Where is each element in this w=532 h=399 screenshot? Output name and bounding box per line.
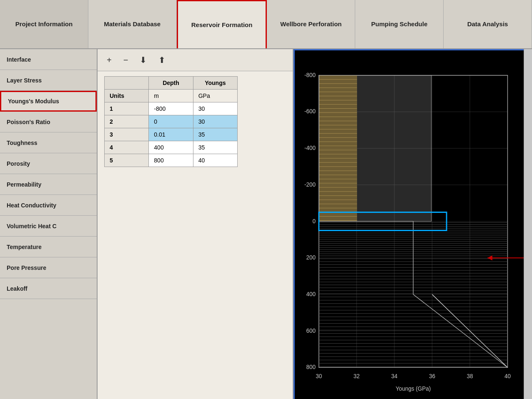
tab-materials-database[interactable]: Materials Database: [88, 0, 177, 48]
svg-text:32: 32: [354, 373, 360, 379]
sidebar-item-porosity[interactable]: Porosity: [0, 153, 97, 174]
svg-text:34: 34: [391, 373, 397, 379]
data-table: Depth Youngs Units m GPa 1 -800 30: [104, 76, 238, 167]
svg-text:800: 800: [306, 364, 316, 370]
col-header-depth: Depth: [149, 77, 193, 90]
depth-unit: m: [149, 90, 193, 102]
sidebar-item-pore-pressure[interactable]: Pore Pressure: [0, 257, 97, 278]
tab-reservoir-formation[interactable]: Reservoir Formation: [177, 0, 267, 48]
table-row[interactable]: 3 0.01 35: [105, 128, 238, 141]
add-row-button[interactable]: +: [104, 55, 114, 66]
svg-text:-400: -400: [304, 145, 316, 151]
table-row[interactable]: 5 800 40: [105, 154, 238, 167]
row-3-youngs[interactable]: 35: [193, 128, 237, 141]
table-row[interactable]: 1 -800 30: [105, 102, 238, 115]
sidebar-item-youngs-modulus[interactable]: Youngs's Modulus: [0, 91, 97, 112]
table-row[interactable]: 4 400 35: [105, 141, 238, 154]
row-num-4: 4: [105, 141, 149, 154]
col-header-youngs: Youngs: [193, 77, 237, 90]
table-row[interactable]: 2 0 30: [105, 115, 238, 128]
svg-text:-200: -200: [304, 182, 316, 188]
sidebar-item-temperature[interactable]: Temperature: [0, 237, 97, 257]
tab-data-analysis[interactable]: Data Analysis: [444, 0, 532, 48]
row-5-depth[interactable]: 800: [149, 154, 193, 167]
units-label: Units: [105, 90, 149, 102]
sidebar-item-volumetric-heat[interactable]: Volumetric Heat C: [0, 216, 97, 237]
row-1-youngs[interactable]: 30: [193, 102, 237, 115]
tab-bar: Project Information Materials Database R…: [0, 0, 532, 49]
svg-text:400: 400: [306, 291, 316, 297]
svg-text:36: 36: [429, 373, 435, 379]
chart-svg: -800 -600 -400 -200 0 200 400 600 800 30…: [295, 50, 524, 399]
toolbar: + − ⬇ ⬆: [98, 49, 293, 71]
row-5-youngs[interactable]: 40: [193, 154, 237, 167]
svg-text:600: 600: [306, 327, 316, 334]
sidebar-item-poissons-ratio[interactable]: Poisson's Ratio: [0, 112, 97, 132]
main-content: Interface Layer Stress Youngs's Modulus …: [0, 49, 532, 399]
tab-pumping-schedule[interactable]: Pumping Schedule: [355, 0, 444, 48]
svg-text:Youngs (GPa): Youngs (GPa): [396, 386, 431, 392]
row-num-1: 1: [105, 102, 149, 115]
row-num-5: 5: [105, 154, 149, 167]
svg-text:38: 38: [467, 373, 473, 379]
row-num-3: 3: [105, 128, 149, 141]
data-table-wrapper: Depth Youngs Units m GPa 1 -800 30: [98, 71, 293, 399]
remove-row-button[interactable]: −: [121, 55, 131, 66]
tab-wellbore-perforation[interactable]: Wellbore Perforation: [267, 0, 355, 48]
row-2-youngs[interactable]: 30: [193, 115, 237, 128]
chart-panel: -800 -600 -400 -200 0 200 400 600 800 30…: [294, 49, 524, 399]
col-header-empty: [105, 77, 149, 90]
tab-project-information[interactable]: Project Information: [0, 0, 88, 48]
row-2-depth[interactable]: 0: [149, 115, 193, 128]
table-units-row: Units m GPa: [105, 90, 238, 102]
center-panel: + − ⬇ ⬆ Depth Youngs Units m GPa: [98, 49, 294, 399]
svg-text:-600: -600: [304, 108, 316, 115]
sidebar-item-permeability[interactable]: Permeability: [0, 174, 97, 195]
row-4-depth[interactable]: 400: [149, 141, 193, 154]
row-3-depth[interactable]: 0.01: [149, 128, 193, 141]
sidebar: Interface Layer Stress Youngs's Modulus …: [0, 49, 98, 399]
svg-text:200: 200: [306, 254, 316, 261]
download-button[interactable]: ⬇: [137, 54, 149, 66]
sidebar-item-leakoff[interactable]: Leakoff: [0, 278, 97, 299]
row-num-2: 2: [105, 115, 149, 128]
sidebar-item-layer-stress[interactable]: Layer Stress: [0, 70, 97, 91]
sidebar-item-heat-conductivity[interactable]: Heat Conductivity: [0, 195, 97, 216]
svg-text:40: 40: [504, 373, 511, 379]
row-4-youngs[interactable]: 35: [193, 141, 237, 154]
sidebar-item-interface[interactable]: Interface: [0, 49, 97, 70]
upload-button[interactable]: ⬆: [156, 54, 168, 66]
svg-text:-800: -800: [304, 72, 316, 78]
sidebar-item-toughness[interactable]: Toughness: [0, 132, 97, 153]
youngs-unit: GPa: [193, 90, 237, 102]
scrollbar-area[interactable]: [524, 49, 532, 399]
svg-rect-53: [319, 75, 432, 222]
svg-text:0: 0: [313, 218, 316, 224]
row-1-depth[interactable]: -800: [149, 102, 193, 115]
svg-text:30: 30: [316, 373, 322, 379]
